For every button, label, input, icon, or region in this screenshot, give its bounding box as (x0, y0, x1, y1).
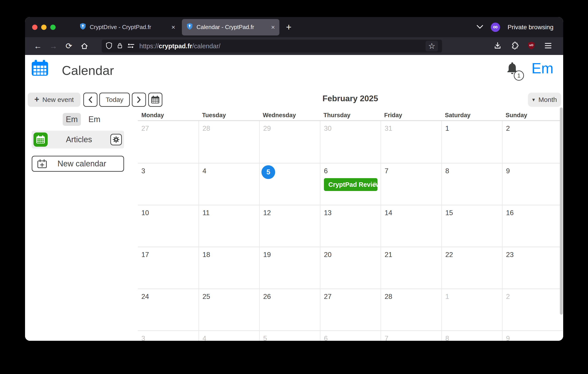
back-button[interactable]: ← (32, 41, 43, 52)
previous-month-button[interactable] (83, 93, 97, 107)
calendar-day-cell[interactable]: 30 (320, 121, 381, 163)
calendar-day-cell[interactable]: 4 (199, 164, 259, 205)
calendar-day-cell[interactable]: 7 (381, 164, 441, 205)
tab-close-icon[interactable]: × (271, 24, 275, 31)
calendar-week-row: 10111213141516 (138, 205, 563, 247)
calendar-day-cell[interactable]: 27 (320, 289, 381, 330)
calendar-day-cell[interactable]: 18 (199, 247, 259, 289)
calendar-day-cell[interactable]: 27 (138, 121, 199, 163)
private-browsing-label: Private browsing (508, 24, 553, 31)
team-tab-secondary[interactable]: Em (85, 113, 104, 126)
calendar-day-cell[interactable]: 25 (199, 289, 259, 330)
calendar-day-cell[interactable]: 15 (441, 205, 502, 247)
calendar-day-cell[interactable]: 21 (381, 247, 441, 289)
calendar-day-cell[interactable]: 26 (259, 289, 320, 330)
calendar-day-cell[interactable]: 1 (441, 289, 502, 330)
notifications-button[interactable]: 1 (505, 61, 525, 82)
event-drag-handle[interactable] (373, 181, 376, 188)
date-number: 18 (202, 251, 210, 259)
calendar-day-cell[interactable]: 28 (199, 121, 259, 163)
calendar-day-cell[interactable]: 4 (199, 331, 259, 341)
bookmark-star-button[interactable]: ☆ (426, 41, 438, 52)
ublock-origin-icon[interactable]: uO (527, 42, 535, 51)
new-tab-button[interactable]: + (286, 23, 292, 32)
calendar-day-cell[interactable]: 31 (381, 121, 441, 163)
calendar-day-cell[interactable]: 11 (199, 205, 259, 247)
scrollbar-thumb[interactable] (560, 107, 563, 315)
calendar-day-cell[interactable]: 3 (138, 331, 199, 341)
calendar-day-cell[interactable]: 6CryptPad Review (320, 164, 381, 205)
downloads-icon[interactable] (494, 42, 502, 51)
date-number: 5 (263, 334, 267, 341)
minimize-window-button[interactable] (41, 25, 47, 30)
home-button[interactable] (79, 41, 90, 52)
today-button[interactable]: Today (99, 93, 130, 107)
date-number: 17 (141, 251, 149, 259)
calendar-day-cell[interactable]: 5 (259, 164, 320, 205)
date-number: 14 (385, 209, 392, 217)
calendar-day-cell[interactable]: 16 (502, 205, 563, 247)
calendar-day-cell[interactable]: 8 (441, 331, 502, 341)
date-number: 2 (506, 293, 510, 301)
zoom-window-button[interactable] (50, 25, 56, 30)
date-number: 3 (141, 334, 145, 341)
new-event-button[interactable]: + New event (28, 93, 80, 107)
calendar-plus-icon (37, 159, 47, 168)
calendar-day-cell[interactable]: 12 (259, 205, 320, 247)
date-number: 7 (385, 334, 388, 341)
tab-cryptdrive[interactable]: CryptDrive - CryptPad.fr × (75, 17, 180, 37)
date-number: 6 (324, 334, 328, 341)
date-number: 8 (445, 334, 449, 341)
calendar-day-cell[interactable]: 7 (381, 331, 441, 341)
close-window-button[interactable] (32, 25, 37, 30)
menu-hamburger-icon[interactable] (544, 42, 552, 50)
permissions-icon[interactable] (127, 42, 135, 50)
calendar-event[interactable]: CryptPad Review (324, 178, 378, 191)
calendar-day-cell[interactable]: 6 (320, 331, 381, 341)
calendar-day-cell[interactable]: 2 (502, 121, 563, 163)
reload-button[interactable]: ⟳ (63, 41, 74, 52)
calendar-day-cell[interactable]: 10 (138, 205, 199, 247)
date-number: 7 (385, 167, 388, 175)
view-mode-dropdown[interactable]: ▾ Month (528, 93, 561, 107)
calendar-day-cell[interactable]: 19 (259, 247, 320, 289)
date-number: 25 (202, 293, 210, 301)
extensions-puzzle-icon[interactable] (510, 42, 518, 51)
calendar-day-cell[interactable]: 23 (502, 247, 563, 289)
calendar-day-cell[interactable]: 5 (259, 331, 320, 341)
tab-calendar[interactable]: Calendar - CryptPad.fr × (182, 19, 279, 35)
calendar-day-cell[interactable]: 9 (502, 331, 563, 341)
notification-count-badge: 1 (514, 71, 524, 81)
tab-close-icon[interactable]: × (171, 24, 175, 31)
calendar-day-cell[interactable]: 20 (320, 247, 381, 289)
team-tab-personal[interactable]: Em (63, 113, 81, 126)
calendar-day-cell[interactable]: 2 (502, 289, 563, 330)
user-account-button[interactable]: Em (532, 60, 553, 77)
browser-tab-bar: CryptDrive - CryptPad.fr × Calendar - Cr… (25, 17, 563, 37)
calendar-day-cell[interactable]: 29 (259, 121, 320, 163)
calendar-day-cell[interactable]: 1 (441, 121, 502, 163)
calendar-day-cell[interactable]: 3 (138, 164, 199, 205)
calendar-settings-button[interactable] (110, 134, 122, 145)
calendar-day-cell[interactable]: 24 (138, 289, 199, 330)
forward-button[interactable]: → (48, 41, 59, 52)
calendar-list-item-articles[interactable]: Articles (32, 131, 124, 148)
calendar-day-cell[interactable]: 14 (381, 205, 441, 247)
url-bar[interactable]: https://cryptpad.fr/calendar/ ☆ (102, 40, 442, 52)
date-number: 12 (263, 209, 271, 217)
gear-icon (113, 136, 120, 143)
calendar-day-cell[interactable]: 28 (381, 289, 441, 330)
lock-icon[interactable] (117, 42, 123, 50)
weekday-header-saturday: Saturday (441, 112, 502, 120)
calendar-day-cell[interactable]: 17 (138, 247, 199, 289)
date-number: 29 (263, 125, 271, 133)
tracking-protection-shield-icon[interactable] (106, 42, 112, 50)
date-number: 20 (324, 251, 331, 259)
calendar-day-cell[interactable]: 13 (320, 205, 381, 247)
calendar-day-cell[interactable]: 22 (441, 247, 502, 289)
date-number: 4 (202, 167, 206, 175)
calendar-day-cell[interactable]: 8 (441, 164, 502, 205)
list-tabs-chevron-icon[interactable] (477, 25, 483, 30)
new-calendar-button[interactable]: New calendar (32, 156, 124, 172)
calendar-day-cell[interactable]: 9 (502, 164, 563, 205)
